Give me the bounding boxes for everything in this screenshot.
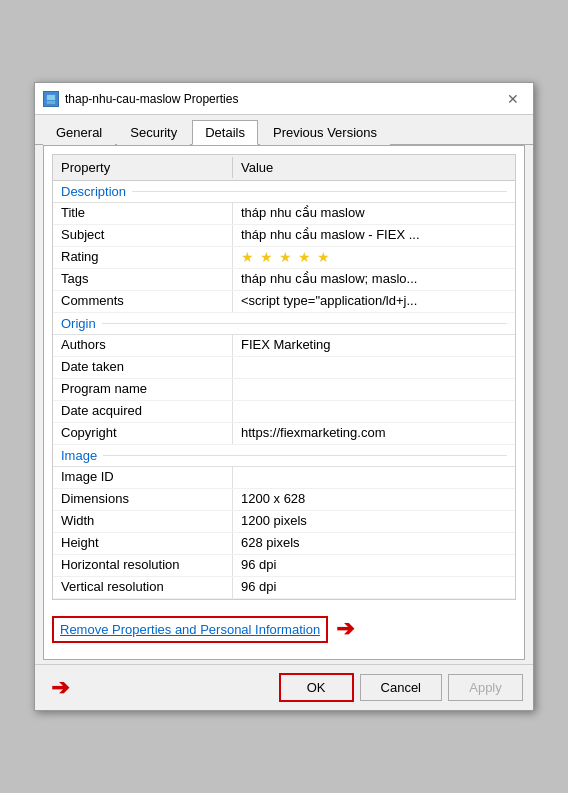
prop-program-name: Program name [53, 379, 233, 400]
val-image-id [233, 467, 515, 488]
table-row: Authors FIEX Marketing [53, 335, 515, 357]
tab-general[interactable]: General [43, 120, 115, 145]
val-rating: ★ ★ ★ ★ ★ [233, 247, 515, 268]
tab-content-details: Property Value Description Title tháp nh… [43, 145, 525, 660]
tabs-bar: General Security Details Previous Versio… [35, 115, 533, 145]
prop-tags: Tags [53, 269, 233, 290]
prop-height: Height [53, 533, 233, 554]
table-row: Vertical resolution 96 dpi [53, 577, 515, 599]
close-button[interactable]: ✕ [501, 87, 525, 111]
table-row: Title tháp nhu cầu maslow [53, 203, 515, 225]
section-origin: Origin [53, 313, 515, 335]
svg-rect-2 [47, 101, 55, 104]
val-date-taken [233, 357, 515, 378]
prop-v-resolution: Vertical resolution [53, 577, 233, 598]
prop-date-taken: Date taken [53, 357, 233, 378]
table-row: Height 628 pixels [53, 533, 515, 555]
section-image: Image [53, 445, 515, 467]
val-comments: <script type="application/ld+j... [233, 291, 515, 312]
prop-h-resolution: Horizontal resolution [53, 555, 233, 576]
arrow-ok-icon: ➔ [51, 675, 69, 701]
table-row: Rating ★ ★ ★ ★ ★ [53, 247, 515, 269]
table-row: Image ID [53, 467, 515, 489]
ok-button[interactable]: OK [279, 673, 354, 702]
prop-date-acquired: Date acquired [53, 401, 233, 422]
table-row: Horizontal resolution 96 dpi [53, 555, 515, 577]
section-description: Description [53, 181, 515, 203]
window-icon [43, 91, 59, 107]
window-title: thap-nhu-cau-maslow Properties [65, 92, 238, 106]
tab-security[interactable]: Security [117, 120, 190, 145]
arrow-right-icon: ➔ [336, 616, 354, 642]
tab-details[interactable]: Details [192, 120, 258, 145]
prop-authors: Authors [53, 335, 233, 356]
col-header-value: Value [233, 157, 515, 178]
remove-link-row: Remove Properties and Personal Informati… [52, 606, 516, 651]
val-copyright: https://fiexmarketing.com [233, 423, 515, 444]
prop-comments: Comments [53, 291, 233, 312]
table-row: Copyright https://fiexmarketing.com [53, 423, 515, 445]
prop-width: Width [53, 511, 233, 532]
prop-subject: Subject [53, 225, 233, 246]
val-tags: tháp nhu cầu maslow; maslo... [233, 269, 515, 290]
prop-image-id: Image ID [53, 467, 233, 488]
table-row: Date acquired [53, 401, 515, 423]
val-height: 628 pixels [233, 533, 515, 554]
val-v-resolution: 96 dpi [233, 577, 515, 598]
table-row: Tags tháp nhu cầu maslow; maslo... [53, 269, 515, 291]
val-subject: tháp nhu cầu maslow - FIEX ... [233, 225, 515, 246]
val-dimensions: 1200 x 628 [233, 489, 515, 510]
table-row: Program name [53, 379, 515, 401]
properties-table: Property Value Description Title tháp nh… [52, 154, 516, 600]
table-row: Dimensions 1200 x 628 [53, 489, 515, 511]
bottom-bar: ➔ OK Cancel Apply [35, 664, 533, 710]
properties-window: thap-nhu-cau-maslow Properties ✕ General… [34, 82, 534, 711]
svg-rect-1 [47, 95, 55, 100]
table-scroll-area[interactable]: Description Title tháp nhu cầu maslow Su… [53, 181, 515, 599]
prop-copyright: Copyright [53, 423, 233, 444]
val-program-name [233, 379, 515, 400]
prop-title: Title [53, 203, 233, 224]
cancel-button[interactable]: Cancel [360, 674, 442, 701]
remove-properties-link[interactable]: Remove Properties and Personal Informati… [52, 616, 328, 643]
table-row: Date taken [53, 357, 515, 379]
table-row: Comments <script type="application/ld+j.… [53, 291, 515, 313]
prop-dimensions: Dimensions [53, 489, 233, 510]
table-header: Property Value [53, 155, 515, 181]
val-title: tháp nhu cầu maslow [233, 203, 515, 224]
val-width: 1200 pixels [233, 511, 515, 532]
val-authors: FIEX Marketing [233, 335, 515, 356]
table-row: Subject tháp nhu cầu maslow - FIEX ... [53, 225, 515, 247]
title-bar: thap-nhu-cau-maslow Properties ✕ [35, 83, 533, 115]
apply-button[interactable]: Apply [448, 674, 523, 701]
val-date-acquired [233, 401, 515, 422]
val-h-resolution: 96 dpi [233, 555, 515, 576]
tab-previous-versions[interactable]: Previous Versions [260, 120, 390, 145]
col-header-property: Property [53, 157, 233, 178]
prop-rating: Rating [53, 247, 233, 268]
table-row: Width 1200 pixels [53, 511, 515, 533]
title-bar-left: thap-nhu-cau-maslow Properties [43, 91, 238, 107]
